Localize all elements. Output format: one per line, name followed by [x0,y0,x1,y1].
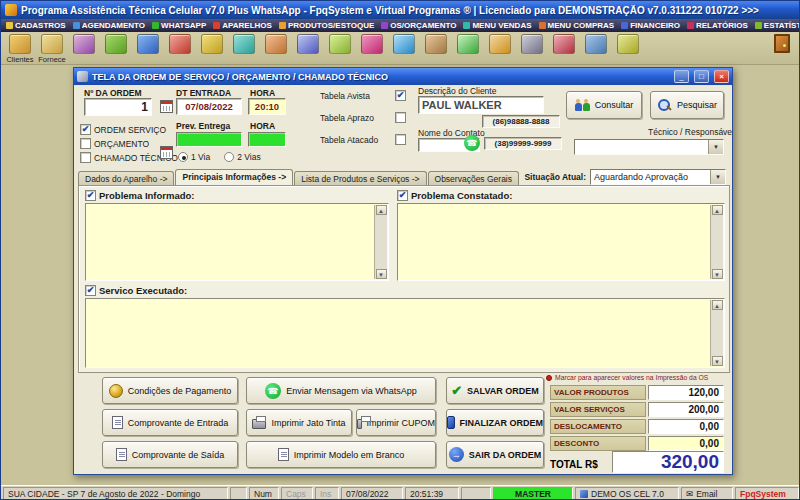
scroll-down-icon[interactable]: ▼ [712,356,723,366]
scroll-up-icon[interactable]: ▲ [712,205,723,215]
calendar-icon-2[interactable] [160,146,173,159]
scrollbar[interactable]: ▲▼ [710,300,723,366]
toolbar-button-17[interactable] [518,34,546,54]
toolbar-button-6[interactable] [166,34,194,54]
pesquisar-button[interactable]: Pesquisar [650,91,724,119]
problema-informado-textarea[interactable]: ▲▼ [85,203,389,281]
sair-da-ordem-button[interactable]: → SAIR DA ORDEM [446,441,544,468]
menu-item-financeiro[interactable]: FINANCEIRO [618,20,683,32]
menu-item-menu-compras[interactable]: MENU COMPRAS [536,20,618,32]
scroll-down-icon[interactable]: ▼ [712,269,723,279]
toolbar-button-10[interactable] [294,34,322,54]
menu-item-os-orcamento[interactable]: OS/ORÇAMENTO [378,20,459,32]
checkbox-tabela-avista[interactable]: Tabela Avista ✔ [320,90,406,101]
menu-aparelhos-icon [213,22,220,29]
condicoes-pagamento-button[interactable]: Condições de Pagamento [102,377,238,404]
chevron-down-icon[interactable]: ▼ [708,140,723,154]
status-email[interactable]: ✉ Email [681,487,733,500]
situacao-label: Situação Atual: [524,172,586,182]
whatsapp-icon: ☎ [265,383,281,399]
toolbar-button-19[interactable] [582,34,610,54]
calendar-icon[interactable] [160,100,173,113]
menu-item-agendamento[interactable]: AGENDAMENTO [70,20,148,32]
check-icon: ✔ [87,190,95,200]
checkbox-problema-constatado[interactable]: ✔ Problema Constatado: [397,190,512,201]
toolbar-button-fornecedores[interactable]: Fornece [38,34,66,64]
checkbox-box [80,138,91,149]
toolbar-button-12[interactable] [358,34,386,54]
checkbox-tabela-aprazo[interactable]: Tabela Aprazo [320,112,406,123]
menu-item-aparelhos[interactable]: APARELHOS [210,20,275,32]
menu-item-menu-vendas[interactable]: MENU VENDAS [460,20,534,32]
tab-principais-informacoes[interactable]: Principais Informações -> [175,169,293,186]
tecnico-combo[interactable]: ▼ [574,139,724,155]
check-icon: ✔ [82,124,90,134]
scrollbar[interactable]: ▲▼ [374,205,387,279]
toolbar-button-8[interactable] [230,34,258,54]
scroll-up-icon[interactable]: ▲ [376,205,387,215]
imprimir-cupom-button[interactable]: Imprimir CUPOM [356,409,436,436]
toolbar-button-exit[interactable] [768,34,796,53]
pesquisar-label: Pesquisar [677,100,717,110]
toolbar-button-4[interactable] [102,34,130,54]
scroll-up-icon[interactable]: ▲ [712,300,723,310]
toolbar-button-15[interactable] [454,34,482,54]
menu-item-cadastros[interactable]: CADASTROS [3,20,69,32]
toolbar-button-3[interactable] [70,34,98,54]
tab-observacoes-gerais[interactable]: Observações Gerais [428,171,519,186]
toolbar-button-9[interactable] [262,34,290,54]
menu-item-whatsapp[interactable]: WHATSAPP [149,20,209,32]
menu-item-estatistica[interactable]: ESTATÍSTICA [752,20,800,32]
checkbox-problema-informado[interactable]: ✔ Problema Informado: [85,190,195,201]
hora-entrada-input[interactable]: 20:10 [248,98,286,115]
chevron-down-icon[interactable]: ▼ [710,170,725,184]
comprovante-saida-button[interactable]: Comprovante de Saída [102,441,238,468]
toolbar-button-20[interactable] [614,34,642,54]
scroll-down-icon[interactable]: ▼ [376,269,387,279]
toolbar-button-11[interactable] [326,34,354,54]
dt-entrada-input[interactable]: 07/08/2022 [176,98,242,115]
tab-dados-do-aparelho[interactable]: Dados do Aparelho -> [78,171,174,186]
servico-executado-textarea[interactable]: ▲▼ [85,298,725,368]
values-print-indicator[interactable] [546,375,552,381]
problema-constatado-textarea[interactable]: ▲▼ [397,203,725,281]
order-number-input[interactable]: 1 [84,98,152,116]
checkbox-ordem-servico[interactable]: ✔ ORDEM SERVIÇO [80,124,166,135]
imprimir-modelo-branco-button[interactable]: Imprimir Modelo em Branco [246,441,436,468]
tab-lista-produtos-servicos[interactable]: Lista de Produtos e Serviços -> [294,171,426,186]
fone1-field[interactable]: (86)98888-8888 [482,115,560,128]
cliente-input[interactable]: PAUL WALKER [418,96,544,114]
toolbar-button-5[interactable] [134,34,162,54]
prev-entrega-input[interactable] [176,132,242,147]
close-button[interactable]: × [714,70,729,83]
toolbar-button-clientes[interactable]: Clientes [6,34,34,64]
toolbar-button-18[interactable] [550,34,578,54]
menu-item-relatorios[interactable]: RELATÓRIOS [684,20,751,32]
salvar-ordem-button[interactable]: ✔ SALVAR ORDEM [446,377,544,404]
app-title: Programa Assistência Técnica Celular v7.… [21,5,759,16]
scrollbar[interactable]: ▲▼ [710,205,723,279]
toolbar-button-14[interactable] [422,34,450,54]
toolbar-button-16[interactable] [486,34,514,54]
menu-financeiro-icon [621,22,628,29]
menu-item-produtos-estoque[interactable]: PRODUTOS/ESTOQUE [276,20,377,32]
radio-2-vias[interactable]: 2 Vias [224,152,260,162]
checkbox-servico-executado[interactable]: ✔ Servico Executado: [85,285,187,296]
situacao-combo[interactable]: Aguardando Aprovação ▼ [590,169,726,185]
imprimir-jato-tinta-button[interactable]: Imprimir Jato Tinta [246,409,352,436]
consultar-button[interactable]: Consultar [566,91,642,119]
fone2-field[interactable]: (38)99999-9999 [484,137,562,150]
prev-entrega-hora-input[interactable] [248,132,286,147]
finalizar-ordem-button[interactable]: FINALIZAR ORDEM [446,409,544,436]
toolbar-button-7[interactable] [198,34,226,54]
radio-1-via[interactable]: 1 Via [178,152,210,162]
checkbox-tabela-atacado[interactable]: Tabela Atacado [320,134,406,145]
enviar-whatsapp-button[interactable]: ☎ Enviar Mensagem via WhatsApp [246,377,436,404]
minimize-button[interactable]: _ [674,70,689,83]
check-icon: ✔ [397,90,405,100]
toolbar-button-13[interactable] [390,34,418,54]
comprovante-entrada-button[interactable]: Comprovante de Entrada [102,409,238,436]
maximize-button[interactable]: □ [694,70,709,83]
checkbox-orcamento[interactable]: ORÇAMENTO [80,138,149,149]
check-icon: ✔ [451,384,462,397]
